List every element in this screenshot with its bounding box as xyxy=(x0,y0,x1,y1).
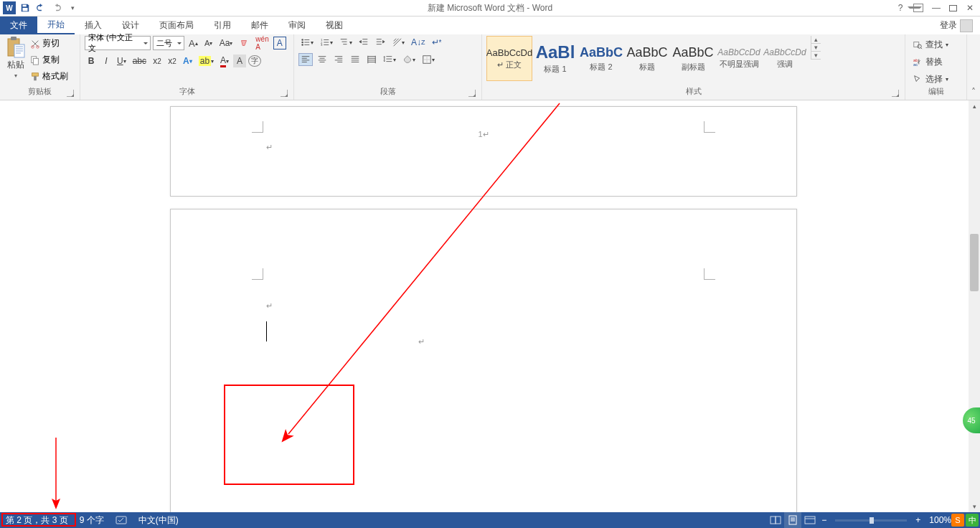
styles-more-icon[interactable]: ▾ xyxy=(811,52,821,60)
redo-icon[interactable] xyxy=(50,1,63,14)
phonetic-guide-button[interactable]: wénA xyxy=(253,37,270,50)
highlight-color-button[interactable]: ab▾ xyxy=(197,55,216,67)
svg-point-13 xyxy=(301,44,303,46)
select-button[interactable]: 选择▾ xyxy=(910,72,951,86)
save-icon[interactable] xyxy=(19,1,32,14)
tab-home[interactable]: 开始 xyxy=(37,16,75,34)
svg-rect-0 xyxy=(23,5,27,7)
find-button[interactable]: 查找▾ xyxy=(910,37,951,52)
ime-chinese-icon[interactable]: 中 xyxy=(966,514,979,527)
format-painter-button[interactable]: 格式刷 xyxy=(30,70,68,82)
clipboard-launcher-icon[interactable] xyxy=(67,90,74,97)
clear-formatting-button[interactable] xyxy=(237,37,251,50)
close-icon[interactable]: ✕ xyxy=(963,3,977,13)
font-name-select[interactable]: 宋体 (中文正文 xyxy=(85,36,151,50)
sort-button[interactable]: A↓Z xyxy=(409,36,428,49)
sign-in[interactable]: 登录 xyxy=(933,16,980,34)
tab-page-layout[interactable]: 页面布局 xyxy=(149,16,204,34)
bullets-button[interactable]: ▾ xyxy=(298,36,316,49)
tab-review[interactable]: 审阅 xyxy=(278,16,316,34)
text-effects-button[interactable]: A▾ xyxy=(181,55,194,67)
borders-button[interactable]: ▾ xyxy=(420,53,437,66)
enclose-characters-button[interactable]: 字 xyxy=(248,55,261,67)
status-proofing-icon[interactable] xyxy=(110,512,133,528)
paste-button[interactable]: 粘贴 ▾ xyxy=(4,36,27,80)
undo-icon[interactable] xyxy=(34,1,47,14)
ime-sogou-icon[interactable]: S xyxy=(951,514,964,527)
help-icon[interactable]: ? xyxy=(893,3,908,13)
style-3[interactable]: AaBbC标题 xyxy=(624,36,670,81)
ribbon-display-icon[interactable] xyxy=(913,4,923,12)
zoom-slider[interactable] xyxy=(835,519,907,522)
shading-button[interactable]: ▾ xyxy=(400,53,418,66)
style-5[interactable]: AaBbCcDd不明显强调 xyxy=(716,36,762,81)
style-label: 强调 xyxy=(777,59,793,70)
view-read-mode-icon[interactable] xyxy=(767,512,784,528)
minimize-icon[interactable]: — xyxy=(929,3,943,13)
decrease-indent-button[interactable] xyxy=(357,36,371,49)
scroll-up-icon[interactable]: ▴ xyxy=(969,100,980,112)
style-0[interactable]: AaBbCcDd↵ 正文 xyxy=(486,36,532,81)
shrink-font-button[interactable]: A▾ xyxy=(202,37,215,50)
italic-button[interactable]: I xyxy=(100,55,113,67)
zoom-slider-knob[interactable] xyxy=(870,517,874,524)
underline-button[interactable]: U▾ xyxy=(115,55,128,67)
zoom-in-icon[interactable]: + xyxy=(913,512,923,528)
align-left-button[interactable] xyxy=(298,53,313,66)
align-right-button[interactable] xyxy=(331,53,346,66)
superscript-button[interactable]: x2 xyxy=(166,55,179,67)
paragraph-launcher-icon[interactable] xyxy=(468,90,476,97)
style-6[interactable]: AaBbCcDd强调 xyxy=(762,36,808,81)
font-launcher-icon[interactable] xyxy=(281,90,288,97)
multilevel-list-button[interactable]: ▾ xyxy=(337,36,354,49)
font-size-select[interactable]: 二号 xyxy=(153,36,184,50)
window-title: 新建 Microsoft Word 文档 - Word xyxy=(428,2,552,14)
asian-layout-button[interactable]: ▾ xyxy=(390,36,407,49)
scrollbar-track[interactable] xyxy=(969,112,980,501)
numbering-button[interactable]: 123▾ xyxy=(318,36,335,49)
tab-view[interactable]: 视图 xyxy=(316,16,353,34)
qat-customize-icon[interactable]: ▾ xyxy=(66,1,79,14)
view-web-layout-icon[interactable] xyxy=(801,512,819,528)
show-hide-marks-button[interactable]: ↵* xyxy=(430,36,444,49)
styles-scroll-down-icon[interactable]: ▾ xyxy=(811,44,821,52)
vertical-scrollbar[interactable]: ▴ ▾ xyxy=(969,100,980,512)
scrollbar-thumb[interactable] xyxy=(970,234,979,291)
style-2[interactable]: AaBbC标题 2 xyxy=(578,36,624,81)
line-spacing-button[interactable]: ▾ xyxy=(381,53,398,66)
font-color-button[interactable]: A▾ xyxy=(218,55,231,67)
tab-file[interactable]: 文件 xyxy=(0,16,37,34)
align-center-button[interactable] xyxy=(315,53,329,66)
document-area[interactable]: 1↵ ↵ ↵ ↵ xyxy=(0,100,969,512)
distributed-button[interactable] xyxy=(364,53,379,66)
style-1[interactable]: AaBl标题 1 xyxy=(532,36,578,81)
style-4[interactable]: AaBbC副标题 xyxy=(670,36,716,81)
replace-button[interactable]: abac替换 xyxy=(910,55,951,69)
scroll-down-icon[interactable]: ▾ xyxy=(969,501,980,512)
styles-launcher-icon[interactable] xyxy=(892,90,899,97)
status-language[interactable]: 中文(中国) xyxy=(133,512,184,528)
copy-button[interactable]: 复制 xyxy=(30,54,68,66)
increase-indent-button[interactable] xyxy=(373,36,387,49)
style-label: 标题 2 xyxy=(590,62,612,72)
strikethrough-button[interactable]: abc xyxy=(131,55,149,67)
styles-scroll-up-icon[interactable]: ▴ xyxy=(811,36,821,44)
annotation-box-cursor xyxy=(224,385,354,485)
status-word-count[interactable]: 9 个字 xyxy=(74,512,110,528)
word-app-icon[interactable]: W xyxy=(3,1,16,14)
character-border-button[interactable]: A xyxy=(273,37,286,50)
change-case-button[interactable]: Aa▾ xyxy=(217,37,235,50)
tab-mailings[interactable]: 邮件 xyxy=(241,16,278,34)
tab-references[interactable]: 引用 xyxy=(204,16,241,34)
subscript-button[interactable]: x2 xyxy=(151,55,164,67)
bold-button[interactable]: B xyxy=(85,55,98,67)
grow-font-button[interactable]: A▴ xyxy=(187,37,200,50)
window-controls: ? — ✕ xyxy=(893,3,977,13)
collapse-ribbon-icon[interactable]: ˄ xyxy=(967,34,980,100)
justify-button[interactable] xyxy=(348,53,362,66)
maximize-icon[interactable] xyxy=(949,5,957,11)
view-print-layout-icon[interactable] xyxy=(784,512,801,528)
zoom-out-icon[interactable]: − xyxy=(819,512,829,528)
cut-button[interactable]: 剪切 xyxy=(30,37,68,50)
character-shading-button[interactable]: A xyxy=(233,55,246,67)
